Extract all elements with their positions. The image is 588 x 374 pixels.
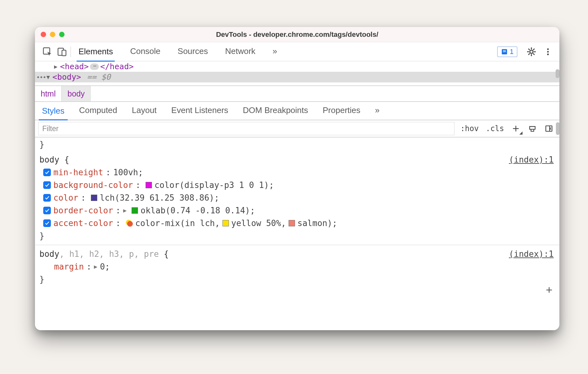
- more-vertical-icon: [544, 47, 552, 56]
- css-declaration[interactable]: color: lch(32.39 61.25 308.86);: [39, 191, 555, 204]
- gear-icon: [527, 47, 536, 57]
- window-minimize-button[interactable]: [50, 32, 55, 37]
- dom-node-head[interactable]: ▶ <head> ⋯ </head>: [35, 61, 559, 72]
- breadcrumb-html[interactable]: html: [35, 86, 62, 101]
- new-style-rule-button[interactable]: [511, 124, 521, 133]
- css-property-value[interactable]: salmon);: [297, 217, 337, 230]
- plus-icon: [512, 125, 520, 132]
- css-property-value[interactable]: color-mix(in lch,: [135, 217, 220, 230]
- styles-pane[interactable]: } (index):1 body { min-height: 100vh;bac…: [35, 137, 559, 330]
- issues-count: 1: [510, 48, 514, 56]
- expand-shorthand-icon[interactable]: ▶: [123, 204, 127, 217]
- css-property-value[interactable]: color(display-p3 1 0 1);: [154, 179, 274, 191]
- expand-shorthand-icon[interactable]: ▶: [94, 260, 98, 273]
- style-rule-body-group: (index):1 body, h1, h2, h3, p, pre { mar…: [39, 248, 555, 286]
- property-enabled-checkbox[interactable]: [43, 219, 51, 227]
- expand-triangle-icon[interactable]: ▶: [54, 63, 58, 70]
- subtab-properties[interactable]: Properties: [319, 102, 364, 120]
- tab-separator: [71, 46, 71, 57]
- property-enabled-checkbox[interactable]: [43, 169, 51, 176]
- color-swatch[interactable]: [146, 182, 152, 188]
- style-rule-body: (index):1 body { min-height: 100vh;backg…: [39, 153, 555, 242]
- issues-button[interactable]: 1: [497, 46, 517, 57]
- property-enabled-checkbox[interactable]: [43, 194, 51, 202]
- subtab-styles[interactable]: Styles: [39, 103, 68, 120]
- dom-selected-marker: == $0: [87, 72, 111, 82]
- color-mix-swatch[interactable]: [126, 220, 133, 227]
- inspect-element-icon[interactable]: [42, 46, 53, 57]
- color-swatch[interactable]: [91, 195, 97, 201]
- dom-tag-head-open: <head>: [60, 62, 89, 71]
- breadcrumb-body[interactable]: body: [62, 86, 91, 101]
- dom-tag-body-open: <body>: [52, 72, 81, 82]
- dom-breadcrumbs: html body: [35, 85, 559, 102]
- css-declaration[interactable]: accent-color: color-mix(in lch, yellow 5…: [39, 217, 555, 230]
- subtab-computed[interactable]: Computed: [76, 102, 120, 120]
- rule-close-brace: }: [39, 230, 555, 242]
- tab-sources[interactable]: Sources: [176, 42, 210, 61]
- paintbrush-icon: [528, 124, 537, 133]
- css-property-name[interactable]: color: [53, 191, 78, 204]
- toggle-hov-button[interactable]: :hov: [460, 124, 479, 133]
- css-property-value[interactable]: lch(32.39 61.25 308.86);: [100, 191, 219, 204]
- tab-elements[interactable]: Elements: [77, 43, 115, 62]
- css-property-name[interactable]: min-height: [53, 166, 103, 179]
- rule-selector[interactable]: body {: [39, 153, 555, 166]
- svg-rect-4: [503, 50, 506, 51]
- dom-scrollbar[interactable]: [556, 69, 559, 78]
- svg-point-8: [547, 51, 549, 52]
- computed-toggle-button[interactable]: [544, 124, 554, 133]
- settings-button[interactable]: [526, 46, 537, 57]
- property-enabled-checkbox[interactable]: [43, 207, 51, 214]
- css-property-name[interactable]: border-color: [53, 204, 113, 217]
- rule-selector[interactable]: body, h1, h2, h3, p, pre {: [39, 248, 555, 260]
- color-swatch[interactable]: [132, 207, 138, 214]
- window-zoom-button[interactable]: [59, 32, 65, 37]
- css-property-value[interactable]: 100vh;: [113, 166, 143, 179]
- css-property-value[interactable]: 0;: [100, 260, 110, 273]
- collapse-triangle-icon[interactable]: ▼: [46, 74, 50, 80]
- css-property-value[interactable]: oklab(0.74 -0.18 0.14);: [140, 204, 255, 217]
- issues-icon: [501, 48, 508, 55]
- css-declaration[interactable]: margin:▶ 0;: [39, 260, 555, 273]
- device-toggle-icon[interactable]: [57, 46, 67, 57]
- tab-network[interactable]: Network: [223, 42, 257, 61]
- rule-source-link[interactable]: (index):1: [509, 248, 554, 260]
- css-declaration[interactable]: border-color:▶ oklab(0.74 -0.18 0.14);: [39, 204, 555, 217]
- paintbrush-button[interactable]: [528, 124, 537, 133]
- css-property-name[interactable]: margin: [54, 260, 84, 273]
- svg-point-6: [530, 50, 533, 53]
- styles-tab-bar: Styles Computed Layout Event Listeners D…: [35, 102, 559, 120]
- svg-point-9: [547, 53, 549, 55]
- dom-tree[interactable]: ▶ <head> ⋯ </head> ▼ <body> == $0: [35, 61, 559, 85]
- subtab-layout[interactable]: Layout: [129, 102, 160, 120]
- color-swatch[interactable]: [222, 220, 229, 226]
- subtab-event-listeners[interactable]: Event Listeners: [168, 102, 231, 120]
- main-tab-bar: Elements Console Sources Network » 1: [35, 42, 559, 61]
- css-property-value[interactable]: yellow 50%,: [231, 217, 286, 230]
- toggle-cls-button[interactable]: .cls: [486, 124, 504, 133]
- css-property-name[interactable]: background-color: [53, 179, 133, 191]
- styles-filter-input[interactable]: [38, 122, 455, 135]
- css-declaration[interactable]: min-height: 100vh;: [39, 166, 555, 179]
- devtools-window: DevTools - developer.chrome.com/tags/dev…: [35, 27, 559, 330]
- tab-console[interactable]: Console: [128, 42, 162, 61]
- styles-toolbar: :hov .cls: [455, 124, 556, 133]
- styles-scrollbar[interactable]: [556, 122, 559, 135]
- subtabs-overflow-button[interactable]: »: [372, 102, 383, 120]
- window-close-button[interactable]: [41, 32, 46, 37]
- dom-node-body-selected[interactable]: ▼ <body> == $0: [35, 72, 559, 82]
- kebab-menu-button[interactable]: [542, 46, 554, 57]
- styles-filter-bar: :hov .cls: [35, 120, 559, 137]
- rule-source-link[interactable]: (index):1: [509, 153, 554, 166]
- property-enabled-checkbox[interactable]: [43, 181, 51, 189]
- css-property-name[interactable]: accent-color: [53, 217, 113, 230]
- subtab-dom-breakpoints[interactable]: DOM Breakpoints: [240, 102, 311, 120]
- css-declaration[interactable]: background-color: color(display-p3 1 0 1…: [39, 179, 555, 191]
- stray-close-brace: }: [39, 138, 555, 151]
- svg-rect-2: [62, 50, 66, 56]
- window-titlebar: DevTools - developer.chrome.com/tags/dev…: [35, 27, 559, 42]
- color-swatch[interactable]: [289, 220, 295, 226]
- ellipsis-icon[interactable]: ⋯: [90, 63, 99, 70]
- tabs-overflow-button[interactable]: »: [271, 42, 279, 61]
